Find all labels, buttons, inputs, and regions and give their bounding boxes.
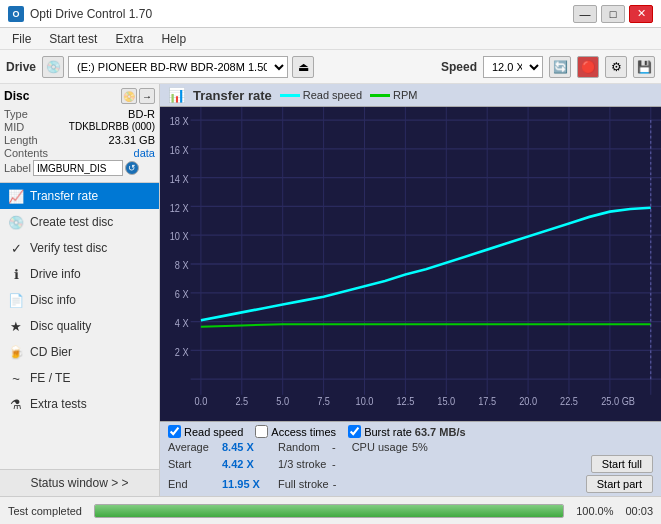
time-label: 00:03	[625, 505, 653, 517]
stroke-val: -	[332, 458, 336, 470]
full-stroke-val: -	[333, 478, 337, 490]
chart-svg: 18 X 16 X 14 X 12 X 10 X 8 X 6 X 4 X 2 X…	[160, 107, 661, 421]
speed-label: Speed	[441, 60, 477, 74]
svg-text:10.0: 10.0	[356, 394, 374, 407]
mid-val: TDKBLDRBB (000)	[69, 121, 155, 133]
burst-rate-checkbox[interactable]	[348, 425, 361, 438]
close-button[interactable]: ✕	[629, 5, 653, 23]
end-val: 11.95 X	[222, 478, 262, 490]
full-stroke-key: Full stroke	[278, 478, 329, 490]
menu-start-test[interactable]: Start test	[41, 30, 105, 48]
eject-button[interactable]: ⏏	[292, 56, 314, 78]
disc-info-icon[interactable]: 📀	[121, 88, 137, 104]
label-input[interactable]	[33, 160, 123, 176]
end-key: End	[168, 478, 218, 490]
red-icon-button[interactable]: 🔴	[577, 56, 599, 78]
svg-text:14 X: 14 X	[170, 172, 189, 185]
maximize-button[interactable]: □	[601, 5, 625, 23]
chart-header: 📊 Transfer rate Read speed RPM	[160, 84, 661, 107]
drive-label: Drive	[6, 60, 36, 74]
chart-checkboxes: Read speed Access times Burst rate 63.7 …	[168, 425, 653, 438]
average-key: Average	[168, 441, 218, 453]
svg-text:20.0: 20.0	[519, 394, 537, 407]
save-button[interactable]: 💾	[633, 56, 655, 78]
read-speed-checkbox-label[interactable]: Read speed	[168, 425, 243, 438]
contents-key: Contents	[4, 147, 48, 159]
menu-extra[interactable]: Extra	[107, 30, 151, 48]
drive-icon: 💿	[42, 56, 64, 78]
refresh-button[interactable]: 🔄	[549, 56, 571, 78]
svg-text:25.0 GB: 25.0 GB	[601, 394, 635, 407]
nav-items: 📈 Transfer rate 💿 Create test disc ✓ Ver…	[0, 183, 159, 469]
sidebar: Disc 📀 → Type BD-R MID TDKBLDRBB (000) L…	[0, 84, 160, 496]
main-content: 📊 Transfer rate Read speed RPM	[160, 84, 661, 496]
random-val: -	[332, 441, 336, 453]
menu-bar: File Start test Extra Help	[0, 28, 661, 50]
contents-val: data	[134, 147, 155, 159]
read-speed-color	[280, 94, 300, 97]
length-val: 23.31 GB	[109, 134, 155, 146]
rpm-legend: RPM	[370, 89, 417, 101]
access-times-checkbox-label[interactable]: Access times	[255, 425, 336, 438]
stroke-key: 1/3 stroke	[278, 458, 328, 470]
start-part-button[interactable]: Start part	[586, 475, 653, 493]
label-key: Label	[4, 162, 31, 174]
average-val: 8.45 X	[222, 441, 262, 453]
access-times-checkbox[interactable]	[255, 425, 268, 438]
progress-label: 100.0%	[576, 505, 613, 517]
cpu-key: CPU usage	[352, 441, 408, 453]
chart-container: 18 X 16 X 14 X 12 X 10 X 8 X 6 X 4 X 2 X…	[160, 107, 661, 421]
svg-text:4 X: 4 X	[175, 316, 189, 329]
svg-text:7.5: 7.5	[317, 394, 330, 407]
nav-drive-info[interactable]: ℹ Drive info	[0, 261, 159, 287]
fe-te-icon: ~	[8, 370, 24, 386]
svg-text:15.0: 15.0	[437, 394, 455, 407]
start-full-button[interactable]: Start full	[591, 455, 653, 473]
disc-title: Disc	[4, 89, 29, 103]
extra-tests-icon: ⚗	[8, 396, 24, 412]
cd-bier-icon: 🍺	[8, 344, 24, 360]
nav-verify-test-disc[interactable]: ✓ Verify test disc	[0, 235, 159, 261]
svg-text:5.0: 5.0	[276, 394, 289, 407]
chart-footer: Read speed Access times Burst rate 63.7 …	[160, 421, 661, 496]
status-window-button[interactable]: Status window > >	[0, 469, 159, 496]
status-text: Test completed	[8, 505, 82, 517]
chart-title: Transfer rate	[193, 88, 272, 103]
settings-button[interactable]: ⚙	[605, 56, 627, 78]
nav-disc-info[interactable]: 📄 Disc info	[0, 287, 159, 313]
app-icon: O	[8, 6, 24, 22]
verify-disc-icon: ✓	[8, 240, 24, 256]
menu-file[interactable]: File	[4, 30, 39, 48]
title-bar: O Opti Drive Control 1.70 — □ ✕	[0, 0, 661, 28]
nav-create-test-disc[interactable]: 💿 Create test disc	[0, 209, 159, 235]
transfer-rate-icon: 📈	[8, 188, 24, 204]
burst-rate-value: 63.7 MB/s	[415, 426, 466, 438]
read-speed-checkbox[interactable]	[168, 425, 181, 438]
chart-header-icon: 📊	[168, 87, 185, 103]
nav-cd-bier[interactable]: 🍺 CD Bier	[0, 339, 159, 365]
cpu-val: 5%	[412, 441, 428, 453]
nav-fe-te[interactable]: ~ FE / TE	[0, 365, 159, 391]
type-val: BD-R	[128, 108, 155, 120]
speed-select[interactable]: 12.0 X ↓	[483, 56, 543, 78]
svg-text:16 X: 16 X	[170, 143, 189, 156]
minimize-button[interactable]: —	[573, 5, 597, 23]
nav-transfer-rate[interactable]: 📈 Transfer rate	[0, 183, 159, 209]
svg-text:8 X: 8 X	[175, 258, 189, 271]
drive-select[interactable]: (E:) PIONEER BD-RW BDR-208M 1.50	[68, 56, 288, 78]
nav-extra-tests[interactable]: ⚗ Extra tests	[0, 391, 159, 417]
label-refresh-icon[interactable]: ↺	[125, 161, 139, 175]
burst-rate-checkbox-label[interactable]: Burst rate 63.7 MB/s	[348, 425, 465, 438]
svg-text:2.5: 2.5	[235, 394, 248, 407]
menu-help[interactable]: Help	[153, 30, 194, 48]
stats-row-1: Average 8.45 X Random - CPU usage 5%	[168, 441, 653, 453]
svg-text:18 X: 18 X	[170, 114, 189, 127]
disc-arrow-icon[interactable]: →	[139, 88, 155, 104]
stats-row-3: End 11.95 X Full stroke - Start part	[168, 475, 653, 493]
svg-text:10 X: 10 X	[170, 229, 189, 242]
disc-info-nav-icon: 📄	[8, 292, 24, 308]
svg-text:17.5: 17.5	[478, 394, 496, 407]
main-layout: Disc 📀 → Type BD-R MID TDKBLDRBB (000) L…	[0, 84, 661, 496]
progress-bar	[95, 505, 563, 517]
nav-disc-quality[interactable]: ★ Disc quality	[0, 313, 159, 339]
